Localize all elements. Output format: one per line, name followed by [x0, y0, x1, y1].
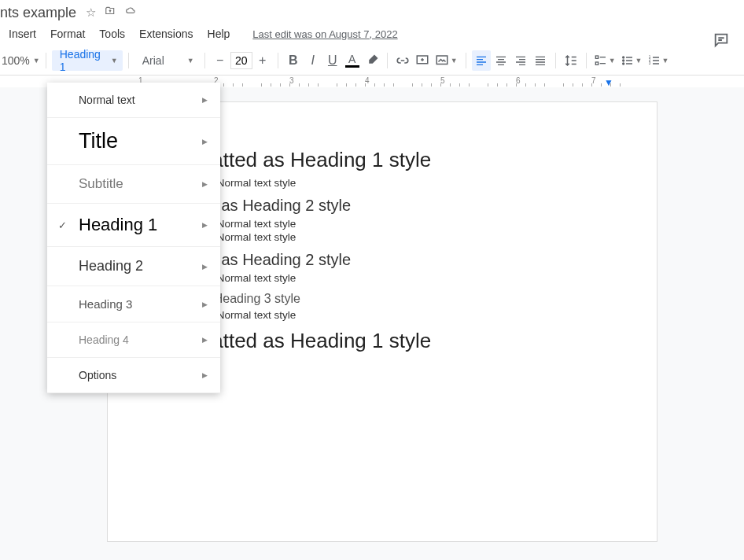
document-line[interactable]: formatted as Normal text style: [155, 272, 610, 284]
submenu-arrow-icon: ▶: [202, 336, 208, 344]
paragraph-style-select[interactable]: Heading 1 ▼: [52, 50, 123, 71]
document-line[interactable]: formatted as Normal text style: [155, 218, 610, 230]
chevron-down-icon: ▼: [111, 57, 118, 64]
document-line[interactable]: matted as Heading 3 style: [155, 292, 610, 306]
style-option-label: Heading 1: [79, 215, 157, 235]
style-option-label: Subtitle: [79, 176, 123, 192]
menu-help[interactable]: Help: [201, 24, 238, 43]
style-option-title[interactable]: Title▶: [47, 118, 220, 165]
menu-format[interactable]: Format: [43, 24, 92, 43]
numbered-list-button[interactable]: 123▼: [646, 50, 672, 71]
indent-marker-icon[interactable]: ▼: [604, 77, 613, 88]
document-line[interactable]: formatted as Normal text style: [155, 231, 610, 243]
align-center-button[interactable]: [492, 50, 510, 71]
star-icon[interactable]: ☆: [86, 6, 96, 20]
style-option-heading-1[interactable]: ✓Heading 1▶: [47, 204, 220, 247]
style-option-heading-3[interactable]: Heading 3▶: [47, 286, 220, 322]
document-line[interactable]: s formatted as Heading 1 style: [155, 329, 610, 353]
style-option-heading-2[interactable]: Heading 2▶: [47, 247, 220, 286]
underline-button[interactable]: U: [323, 50, 342, 71]
style-option-label: Heading 4: [79, 333, 129, 346]
styles-dropdown-menu: Normal text▶Title▶Subtitle▶✓Heading 1▶He…: [47, 83, 220, 393]
submenu-arrow-icon: ▶: [202, 221, 208, 229]
highlight-color-button[interactable]: [363, 50, 381, 71]
svg-rect-3: [595, 62, 598, 64]
menu-insert[interactable]: Insert: [2, 24, 43, 43]
zoom-select[interactable]: 100% ▼: [2, 54, 40, 67]
style-option-label: Normal text: [79, 94, 135, 106]
submenu-arrow-icon: ▶: [202, 371, 208, 379]
style-option-normal-text[interactable]: Normal text▶: [47, 83, 220, 118]
bold-button[interactable]: B: [284, 50, 303, 71]
font-size-input[interactable]: [230, 52, 252, 69]
style-option-label: Title: [79, 129, 118, 153]
move-icon[interactable]: [104, 6, 116, 20]
font-value: Arial: [142, 54, 164, 67]
svg-point-5: [622, 60, 624, 61]
align-right-button[interactable]: [511, 50, 530, 71]
document-line[interactable]: ormatted as Heading 2 style: [155, 197, 610, 215]
style-option-options[interactable]: Options▶: [47, 358, 220, 393]
checklist-button[interactable]: ▼: [592, 50, 618, 71]
add-comment-button[interactable]: [413, 50, 432, 71]
submenu-arrow-icon: ▶: [202, 300, 208, 308]
svg-text:3: 3: [648, 61, 650, 65]
svg-point-4: [622, 57, 624, 58]
font-family-select[interactable]: Arial ▼: [134, 50, 199, 71]
chevron-down-icon: ▼: [33, 57, 40, 64]
font-size-decrease[interactable]: −: [211, 50, 230, 71]
document-line[interactable]: formatted as Normal text style: [155, 177, 610, 189]
menu-extensions[interactable]: Extensions: [132, 24, 200, 43]
cloud-icon[interactable]: [124, 6, 138, 20]
style-value: Heading 1: [60, 48, 106, 73]
style-option-heading-4[interactable]: Heading 4▶: [47, 322, 220, 358]
font-size-increase[interactable]: +: [253, 50, 272, 71]
submenu-arrow-icon: ▶: [202, 138, 208, 146]
svg-rect-2: [595, 56, 598, 58]
line-spacing-button[interactable]: [562, 50, 580, 71]
italic-button[interactable]: I: [304, 50, 322, 71]
comments-icon[interactable]: [713, 31, 730, 49]
zoom-value: 100%: [2, 54, 30, 67]
align-justify-button[interactable]: [531, 50, 550, 71]
document-title[interactable]: nts example: [0, 5, 76, 21]
text-color-button[interactable]: A: [343, 50, 362, 71]
document-line[interactable]: s formatted as Heading 1 style: [155, 148, 610, 172]
last-edit-link[interactable]: Last edit was on August 7, 2022: [252, 28, 397, 40]
submenu-arrow-icon: ▶: [202, 263, 208, 271]
chevron-down-icon: ▼: [187, 57, 194, 64]
document-line[interactable]: ormatted as Heading 2 style: [155, 251, 610, 269]
document-line[interactable]: formatted as Normal text style: [155, 309, 610, 321]
align-left-button[interactable]: [472, 50, 491, 71]
insert-image-button[interactable]: ▼: [433, 50, 460, 71]
submenu-arrow-icon: ▶: [202, 180, 208, 188]
check-icon: ✓: [58, 219, 67, 231]
style-option-label: Heading 2: [79, 258, 143, 274]
submenu-arrow-icon: ▶: [202, 96, 208, 104]
svg-point-6: [622, 63, 624, 64]
style-option-label: Heading 3: [79, 297, 132, 311]
insert-link-button[interactable]: [393, 50, 412, 71]
bulleted-list-button[interactable]: ▼: [619, 50, 645, 71]
menu-tools[interactable]: Tools: [92, 24, 132, 43]
style-option-subtitle[interactable]: Subtitle▶: [47, 165, 220, 204]
style-option-label: Options: [79, 369, 116, 381]
